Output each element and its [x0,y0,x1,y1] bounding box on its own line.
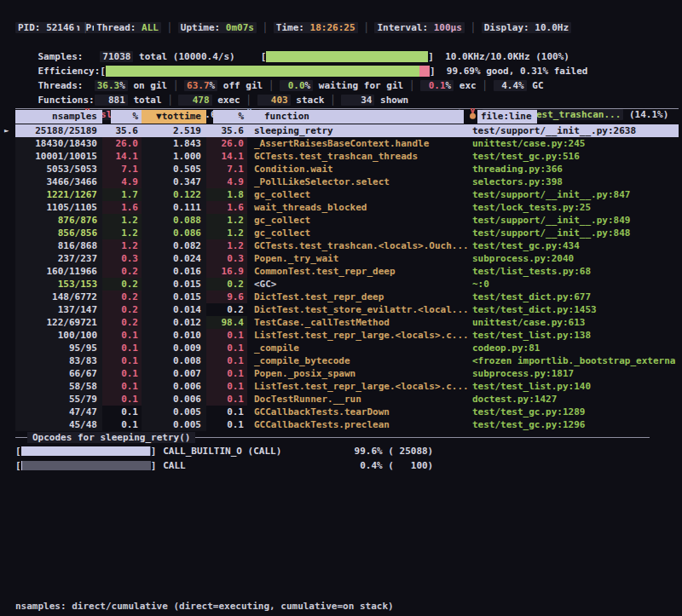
table-row[interactable]: 1221/12671.70.1221.8gc_collecttest/suppo… [15,188,679,201]
cell-file-line: test/test_gc.py:1289 [469,406,679,418]
status-uptime: Uptime: 0m07s [178,22,257,33]
table-row[interactable]: 137/1470.20.0140.2DictTest.test_store_ev… [15,303,679,316]
cell-file-line: subprocess.py:2040 [469,252,679,265]
cell-pct-direct: 35.6 [102,124,142,137]
table-row[interactable]: 58/580.10.0060.1ListTest.test_repr_large… [15,380,679,393]
separator: │ [257,22,274,33]
cell-nsamples: 160/11966 [15,265,102,278]
table-row[interactable]: 153/1530.20.0150.2<GC>~:0 [15,278,679,291]
cell-tottime: 0.005 [142,418,206,431]
column-header-function[interactable]: function [247,110,464,124]
table-row[interactable]: 83/830.10.0080.1_compile_bytecode<frozen… [15,354,679,367]
opcodes-title: Opcodes for sleeping_retry() [27,432,195,443]
cell-tottime: 0.088 [142,214,206,227]
function-stat: 881 [95,95,128,106]
table-row[interactable]: 856/8561.20.0861.2gc_collecttest/support… [15,227,679,239]
cell-nsamples: 45/48 [15,418,102,431]
cell-pct-cumulative: 1.2 [206,227,247,239]
table-row[interactable]: 55/790.10.0060.1DocTestRunner.__rundocte… [15,393,679,406]
table-row[interactable]: 816/8681.20.0821.2GCTests.test_trashcan.… [15,239,679,252]
table-row[interactable]: 1105/11051.60.1111.6wait_threads_blocked… [15,201,679,214]
table-row[interactable]: 95/950.10.0090.1_compilecodeop.py:81 [15,342,679,354]
column-header-pct-direct[interactable]: % [111,110,142,124]
cell-tottime: 0.015 [142,291,206,303]
efficiency-bar-open-bracket: [ [100,66,106,77]
cell-pct-cumulative: 14.1 [206,150,247,163]
table-row[interactable]: 5053/50537.10.5057.1Condition.waitthread… [15,163,679,176]
cell-pct-cumulative: 0.2 [206,278,247,291]
cell-function: gc_collect [247,227,469,239]
cell-tottime: 0.016 [142,265,206,278]
table-row[interactable]: 148/67720.20.0159.6DictTest.test_repr_de… [15,291,679,303]
samples-rate-text: 10.0KHz/10.0KHz (100%) [434,51,569,62]
cell-pct-direct: 0.1 [102,329,142,342]
column-header-file-line[interactable]: file:line [477,110,537,124]
table-row[interactable]: 237/2370.30.0240.3Popen._try_waitsubproc… [15,252,679,265]
table-row[interactable]: 122/697210.20.01298.4TestCase._callTestM… [15,316,679,329]
column-header-pct-cumulative[interactable]: % [213,110,247,124]
table-row[interactable]: 66/670.10.0070.1Popen._posix_spawnsubpro… [15,367,679,380]
separator: │ [167,80,184,91]
cell-pct-cumulative: 0.1 [206,406,247,418]
title-line: Tachyon Profiler [15,6,679,20]
cell-nsamples: 876/876 [15,214,102,227]
cell-nsamples: 5053/5053 [15,163,102,176]
separator: │ [477,80,494,91]
cell-nsamples: 1105/1105 [15,201,102,214]
header-gap [102,110,111,124]
cell-pct-cumulative: 1.8 [206,188,247,201]
cell-nsamples: 100/100 [15,329,102,342]
cell-pct-direct: 4.9 [102,176,142,188]
table-row[interactable]: 18430/1843026.01.84326.0_AssertRaisesBas… [15,137,679,150]
column-header-tottime-sorted[interactable]: ▼tottime [142,110,206,124]
table-row[interactable]: 100/1000.10.0100.1ListTest.test_repr_lar… [15,329,679,342]
opcodes-section-header: Opcodes for sleeping_retry() [15,431,679,444]
thread-stat: 0.0% [280,80,313,91]
cell-function: ListTest.test_repr_large.<locals>.c... [247,380,469,393]
status-time: Time: 18:26:25 [274,22,358,33]
column-header-nsamples[interactable]: nsamples [15,110,102,124]
cell-function: <GC> [247,278,469,291]
functions-label: Functions: [38,95,95,106]
header-gap [464,110,477,124]
table-row[interactable]: 3466/34664.90.3474.9_PollLikeSelector.se… [15,176,679,188]
table-row[interactable]: 45/480.10.0050.1GCCallbackTests.preclean… [15,418,679,431]
cell-pct-direct: 0.1 [102,418,142,431]
table-row[interactable]: 160/119660.20.01616.9CommonTest.test_rep… [15,265,679,278]
table-row[interactable]: ►25188/2518935.62.51935.6sleeping_retryt… [15,124,679,137]
function-table: ►25188/2518935.62.51935.6sleeping_retryt… [3,124,679,431]
cell-pct-direct: 1.6 [102,201,142,214]
table-row[interactable]: 876/8761.20.0881.2gc_collecttest/support… [15,214,679,227]
cell-pct-direct: 1.2 [102,227,142,239]
separator: │ [162,95,179,106]
cell-tottime: 0.122 [142,188,206,201]
cell-file-line: test/test_gc.py:1296 [469,418,679,431]
cell-tottime: 0.008 [142,354,206,367]
cell-nsamples: 47/47 [15,406,102,418]
status-pid: PID: 52146 [15,22,77,33]
table-row[interactable]: 47/470.10.0050.1GCCallbackTests.tearDown… [15,406,679,418]
profiler-screen: Tachyon Profiler PID: 52146 │ Thread: AL… [0,0,682,616]
separator: │ [240,95,257,106]
cell-pct-cumulative: 7.1 [206,163,247,176]
status-display: Display: 10.0Hz [482,22,571,33]
table-row[interactable]: 10001/1001514.11.00014.1GCTests.test_tra… [15,150,679,163]
cell-function: GCTests.test_trashcan.<locals>.Ouch... [247,239,469,252]
cell-tottime: 0.015 [142,278,206,291]
cell-nsamples: 148/6772 [15,291,102,303]
opcodes-separator-right [195,437,650,438]
separator: │ [161,22,178,33]
cell-function: gc_collect [247,214,469,227]
cell-function: _AssertRaisesBaseContext.handle [247,137,469,150]
cell-file-line: selectors.py:398 [469,176,679,188]
cell-pct-direct: 1.2 [102,214,142,227]
cell-file-line: unittest/case.py:245 [469,137,679,150]
header-gap [206,110,213,124]
cell-nsamples: 237/237 [15,252,102,265]
function-stat: 478 [178,95,211,106]
opcode-bar-close-bracket: ] [151,444,157,458]
opcode-stats: 99.6% ( 25088) [339,444,433,458]
samples-total-suffix: total (10000.4/s) [133,51,234,62]
cell-tottime: 0.010 [142,329,206,342]
cell-pct-cumulative: 26.0 [206,137,247,150]
